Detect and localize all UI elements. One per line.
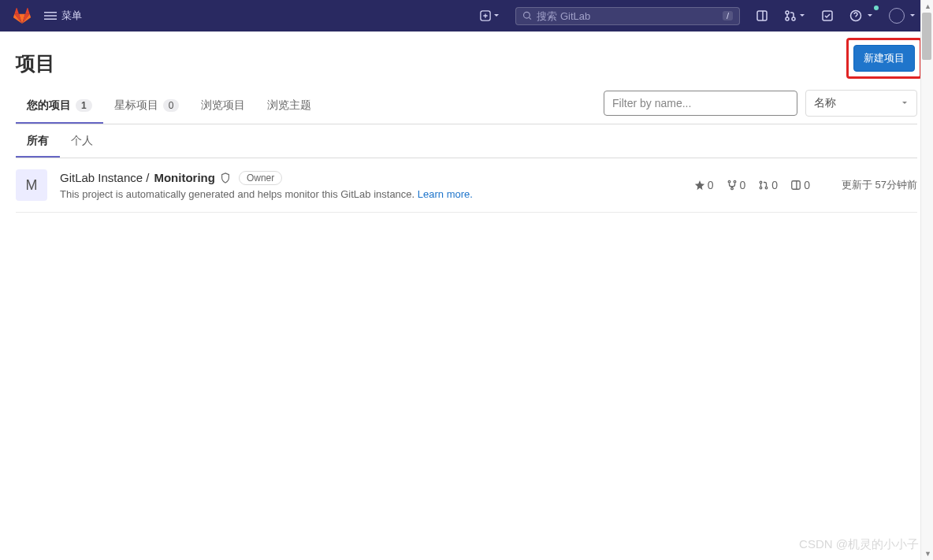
notification-dot <box>874 6 879 10</box>
todo-link[interactable] <box>816 6 838 25</box>
watermark: CSDN @机灵的小小子 <box>799 537 919 552</box>
menu-toggle[interactable]: 菜单 <box>44 9 82 23</box>
svg-point-7 <box>786 17 789 20</box>
tab-explore-topics[interactable]: 浏览主题 <box>256 89 322 124</box>
your-projects-count: 1 <box>76 99 92 112</box>
project-updated-at: 更新于 57分钟前 <box>842 178 917 192</box>
project-avatar: M <box>16 169 47 201</box>
scroll-down-icon: ▼ <box>924 550 931 558</box>
page-title: 项目 <box>16 50 55 76</box>
svg-point-16 <box>766 187 768 189</box>
issues-icon <box>790 180 801 191</box>
svg-point-4 <box>524 12 530 18</box>
search-box[interactable]: / <box>515 7 740 25</box>
project-row[interactable]: M GitLab Instance / Monitoring Owner Thi… <box>16 158 917 213</box>
starred-projects-count: 0 <box>163 99 180 112</box>
user-avatar <box>889 8 905 24</box>
role-badge: Owner <box>239 171 282 185</box>
filter-input[interactable] <box>604 91 797 116</box>
shield-icon <box>220 172 231 184</box>
learn-more-link[interactable]: Learn more. <box>418 188 473 200</box>
svg-point-8 <box>792 17 795 20</box>
stars-stat[interactable]: 0 <box>694 179 714 191</box>
star-icon <box>694 180 705 191</box>
merge-requests-stat[interactable]: 0 <box>758 179 778 191</box>
search-shortcut: / <box>723 11 733 20</box>
tab-your-projects[interactable]: 您的项目 1 <box>16 89 103 124</box>
gitlab-logo[interactable] <box>13 6 32 25</box>
page-header: 项目 <box>16 44 917 87</box>
svg-rect-2 <box>44 19 57 20</box>
navbar: 菜单 / <box>0 0 933 32</box>
merge-requests-link[interactable] <box>779 6 810 25</box>
project-stats: 0 0 0 0 <box>694 179 810 191</box>
scrollbar[interactable]: ▲ ▼ <box>920 0 933 560</box>
svg-point-14 <box>760 181 763 184</box>
search-icon <box>522 10 532 21</box>
svg-point-15 <box>760 187 763 189</box>
add-dropdown[interactable] <box>475 7 504 24</box>
svg-rect-0 <box>44 12 57 13</box>
main-tabs: 您的项目 1 星标项目 0 浏览项目 浏览主题 名称 <box>16 87 917 124</box>
help-dropdown[interactable] <box>845 6 878 25</box>
chevron-down-icon <box>901 99 909 107</box>
project-name[interactable]: Monitoring <box>154 171 214 184</box>
svg-rect-1 <box>44 15 57 17</box>
menu-label: 菜单 <box>61 9 82 23</box>
svg-point-11 <box>728 180 730 183</box>
scroll-up-icon: ▲ <box>924 2 931 10</box>
merge-request-icon <box>758 180 769 191</box>
sort-dropdown[interactable]: 名称 <box>805 90 917 117</box>
forks-stat[interactable]: 0 <box>727 179 746 191</box>
project-description: This project is automatically generated … <box>60 188 682 200</box>
scrollbar-thumb[interactable] <box>922 13 931 60</box>
search-input[interactable] <box>537 10 723 22</box>
issues-link[interactable] <box>751 6 773 25</box>
svg-point-12 <box>734 180 736 183</box>
tab-explore-projects[interactable]: 浏览项目 <box>190 89 256 124</box>
project-info: GitLab Instance / Monitoring Owner This … <box>60 171 682 200</box>
sub-tabs: 所有 个人 <box>16 124 917 158</box>
new-project-button[interactable]: 新建项目 <box>853 45 915 72</box>
highlight-annotation: 新建项目 <box>846 38 922 79</box>
fork-icon <box>727 180 738 191</box>
tab-starred-projects[interactable]: 星标项目 0 <box>103 89 191 124</box>
project-namespace[interactable]: GitLab Instance / <box>60 171 149 184</box>
svg-rect-17 <box>792 181 801 190</box>
svg-rect-5 <box>757 11 767 20</box>
sub-tab-all[interactable]: 所有 <box>16 124 60 158</box>
svg-point-6 <box>786 11 789 14</box>
page-body: 项目 新建项目 您的项目 1 星标项目 0 浏览项目 浏览主题 名称 所有 个人… <box>0 32 933 213</box>
sub-tab-personal[interactable]: 个人 <box>60 124 104 158</box>
user-menu[interactable] <box>884 5 920 27</box>
issues-stat[interactable]: 0 <box>790 179 810 191</box>
